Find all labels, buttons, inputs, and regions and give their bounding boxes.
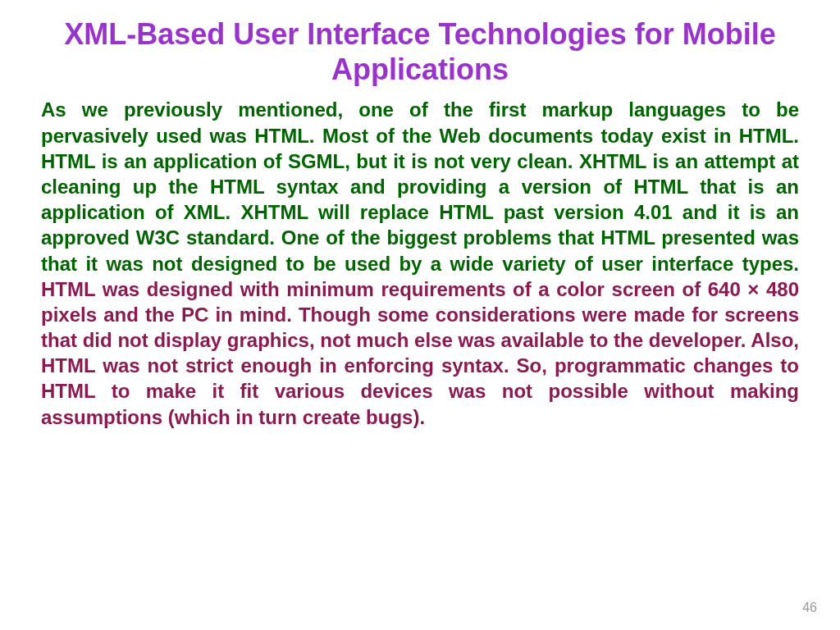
slide-body-text: As we previously mentioned, one of the f… — [41, 97, 799, 429]
body-text-part2: HTML was designed with minimum requireme… — [41, 278, 799, 428]
slide-title: XML-Based User Interface Technologies fo… — [41, 16, 799, 87]
page-number: 46 — [802, 600, 817, 615]
slide-container: XML-Based User Interface Technologies fo… — [0, 0, 840, 630]
body-text-part1: As we previously mentioned, one of the f… — [41, 98, 799, 274]
